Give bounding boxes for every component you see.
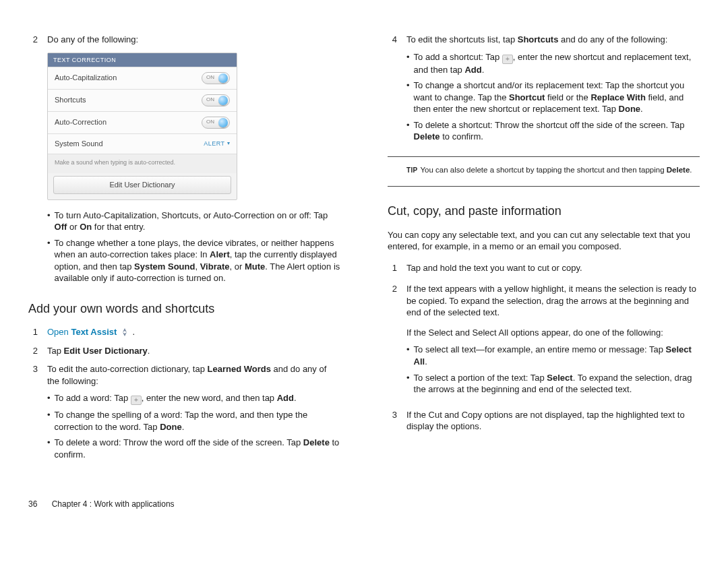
row-system-sound: System Sound ALERT▾: [48, 133, 237, 154]
bullet: • To turn Auto-Capitalization, Shortcuts…: [47, 210, 340, 233]
bullet-dot: •: [406, 372, 410, 396]
bullet-text: To change the spelling of a word: Tap th…: [55, 409, 340, 433]
text-assist-link[interactable]: Text Assist: [69, 327, 117, 337]
step-text: Do any of the following:: [47, 34, 340, 46]
bullet-dot: •: [47, 392, 51, 405]
plus-icon: +: [131, 396, 142, 405]
step-number: 3: [388, 409, 397, 433]
intro-paragraph: You can copy any selectable text, and yo…: [388, 229, 700, 253]
toggle-on[interactable]: ON: [202, 94, 230, 106]
bullet-text: To delete a shortcut: Throw the shortcut…: [414, 119, 700, 143]
heading-cut-copy-paste: Cut, copy, and paste information: [388, 203, 700, 219]
row-label: System Sound: [55, 139, 103, 149]
ccp-step-1: 1 Tap and hold the text you want to cut …: [388, 262, 700, 274]
step-text: Tap Edit User Dictionary.: [47, 345, 340, 357]
bullet-text: To add a word: Tap +, enter the new word…: [55, 392, 340, 405]
heading-add-words: Add your own words and shortcuts: [28, 301, 340, 317]
chevron-down-icon: ▾: [227, 140, 231, 148]
step-text: Open Text Assist .: [47, 326, 340, 338]
step-3: 3 To edit the auto-correction dictionary…: [28, 363, 340, 464]
ccp-step-3: 3 If the Cut and Copy options are not di…: [388, 409, 700, 433]
bullet-dot: •: [406, 344, 410, 367]
bullet-text: To change a shortcut and/or its replacem…: [414, 80, 700, 115]
toggle-knob: [218, 73, 228, 83]
plus-icon: +: [502, 55, 513, 64]
step-text: Tap and hold the text you want to cut or…: [406, 262, 700, 274]
step-text: If the Cut and Copy options are not disp…: [406, 409, 700, 433]
bullet-text: To select a portion of the text: Tap Sel…: [414, 372, 700, 396]
bullet-text: To select all text—for example, an entir…: [414, 344, 700, 367]
panel-hint: Make a sound when typing is auto-correct…: [48, 154, 237, 173]
bullet: • To add a word: Tap +, enter the new wo…: [47, 392, 340, 405]
text-assist-icon: [120, 327, 129, 337]
panel-header: TEXT CORRECTION: [48, 53, 237, 67]
step3-bullets: • To add a word: Tap +, enter the new wo…: [47, 392, 340, 460]
divider: [388, 186, 700, 187]
tip-block: TIPYou can also delete a shortcut by tap…: [388, 164, 700, 177]
bullet: • To delete a shortcut: Throw the shortc…: [406, 119, 700, 143]
row-label: Auto-Capitalization: [55, 73, 117, 83]
step-2: 2 Do any of the following:: [28, 34, 340, 46]
bullet-dot: •: [406, 119, 410, 143]
row-auto-correction: Auto-Correction ON: [48, 111, 237, 133]
step-text: If the text appears with a yellow highli…: [406, 283, 700, 399]
step-text: To edit the auto-correction dictionary, …: [47, 363, 340, 464]
right-column: 4 To edit the shortcuts list, tap Shortc…: [388, 34, 700, 499]
step2-bullets: • To turn Auto-Capitalization, Shortcuts…: [38, 210, 340, 284]
bullet-dot: •: [406, 51, 410, 76]
divider: [388, 156, 700, 157]
tip-label: TIP: [406, 166, 417, 174]
left-column: 2 Do any of the following: TEXT CORRECTI…: [28, 34, 340, 499]
page-content: 2 Do any of the following: TEXT CORRECTI…: [0, 0, 728, 499]
step-text: To edit the shortcuts list, tap Shortcut…: [406, 34, 700, 147]
bullet: • To delete a word: Throw the word off t…: [47, 437, 340, 460]
edit-user-dictionary-button[interactable]: Edit User Dictionary: [53, 176, 231, 194]
step-number: 1: [388, 262, 397, 274]
bullet-dot: •: [406, 80, 410, 115]
toggle-knob: [218, 118, 228, 127]
bullet: • To change a shortcut and/or its replac…: [406, 80, 700, 115]
step-number: 4: [388, 34, 397, 147]
row-label: Shortcuts: [55, 95, 86, 105]
step2-subtext: If the Select and Select All options app…: [406, 327, 700, 339]
bullet: • To select a portion of the text: Tap S…: [406, 372, 700, 396]
alert-badge[interactable]: ALERT▾: [204, 139, 230, 148]
step-number: 3: [28, 363, 38, 464]
toggle-on[interactable]: ON: [202, 117, 230, 129]
bullet-dot: •: [47, 409, 51, 433]
step-number: 1: [28, 326, 38, 338]
page-footer: 36 Chapter 4 : Work with applications: [0, 499, 728, 509]
page-number: 36: [28, 499, 37, 509]
step-number: 2: [28, 345, 38, 357]
bullet: • To change the spelling of a word: Tap …: [47, 409, 340, 433]
bullet-dot: •: [47, 237, 51, 284]
step-2b: 2 Tap Edit User Dictionary.: [28, 345, 340, 357]
bullet-text: To turn Auto-Capitalization, Shortcuts, …: [55, 210, 340, 233]
bullet-dot: •: [47, 437, 51, 460]
ccp-bullets: • To select all text—for example, an ent…: [406, 344, 700, 395]
bullet: • To select all text—for example, an ent…: [406, 344, 700, 367]
step4-bullets: • To add a shortcut: Tap +, enter the ne…: [406, 51, 700, 143]
row-auto-capitalization: Auto-Capitalization ON: [48, 67, 237, 89]
toggle-knob: [218, 96, 228, 105]
bullet-text: To delete a word: Throw the word off the…: [55, 437, 340, 460]
bullet-text: To change whether a tone plays, the devi…: [55, 237, 340, 284]
step-number: 2: [28, 34, 38, 46]
text-correction-panel: TEXT CORRECTION Auto-Capitalization ON S…: [47, 53, 237, 200]
bullet: • To change whether a tone plays, the de…: [47, 237, 340, 284]
chapter-label: Chapter 4 : Work with applications: [52, 499, 175, 509]
ccp-step-2: 2 If the text appears with a yellow high…: [388, 283, 700, 399]
bullet-text: To add a shortcut: Tap +, enter the new …: [414, 51, 700, 76]
step-4: 4 To edit the shortcuts list, tap Shortc…: [388, 34, 700, 147]
open-link[interactable]: Open: [47, 327, 69, 337]
bullet-dot: •: [47, 210, 51, 233]
step-number: 2: [388, 283, 397, 399]
row-shortcuts: Shortcuts ON: [48, 89, 237, 111]
step-1: 1 Open Text Assist .: [28, 326, 340, 338]
row-label: Auto-Correction: [55, 117, 107, 127]
toggle-on[interactable]: ON: [202, 72, 230, 84]
bullet: • To add a shortcut: Tap +, enter the ne…: [406, 51, 700, 76]
